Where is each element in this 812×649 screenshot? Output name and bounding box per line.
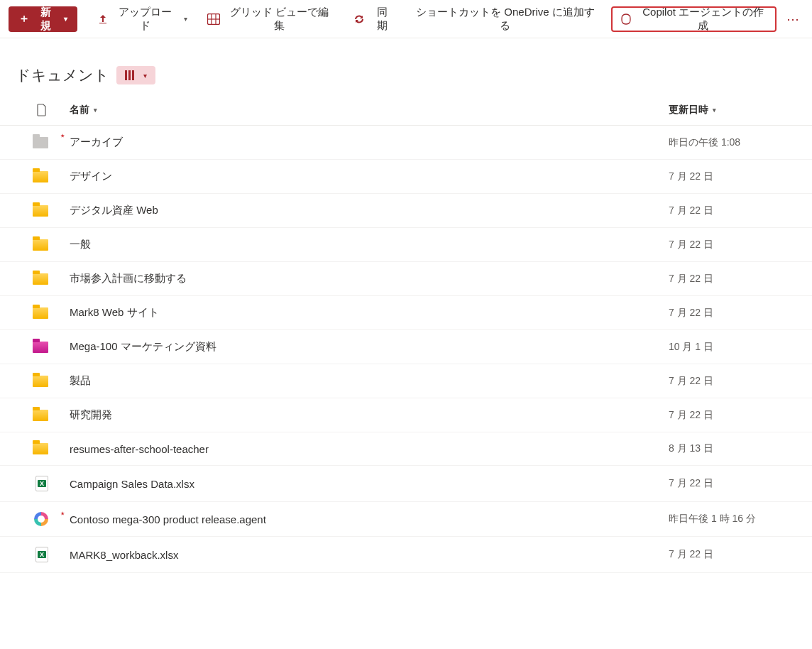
list-item[interactable]: 市場参入計画に移動する7 月 22 日 <box>0 262 812 296</box>
new-indicator-icon: ⭑ <box>61 509 64 518</box>
list-item[interactable]: MARK8_workback.xlsx7 月 22 日 <box>0 537 812 573</box>
folder-yellow-icon <box>16 443 70 454</box>
list-item[interactable]: デジタル資産 Web7 月 22 日 <box>0 194 812 228</box>
new-indicator-icon: ⭑ <box>61 131 64 140</box>
item-modified: 7 月 22 日 <box>669 477 796 490</box>
list-item[interactable]: 一般7 月 22 日 <box>0 228 812 262</box>
list-item[interactable]: Mark8 Web サイト7 月 22 日 <box>0 296 812 330</box>
chevron-down-icon: ▾ <box>94 107 97 114</box>
new-button-label: 新規 <box>35 6 56 33</box>
upload-button[interactable]: アップロード ▾ <box>90 6 194 32</box>
item-name[interactable]: Mega-100 マーケティング資料 <box>70 340 669 354</box>
copilot-label: Copilot エージェントの作成 <box>638 6 768 33</box>
upload-label: アップロード <box>114 6 177 33</box>
item-name[interactable]: resumes-after-school-teacher <box>70 443 669 455</box>
create-copilot-agent-button[interactable]: Copilot エージェントの作成 <box>611 6 777 32</box>
library-title-bar: ドキュメント ▾ <box>0 38 812 97</box>
item-name[interactable]: デジタル資産 Web <box>70 204 669 217</box>
file-list: アーカイブ⭑昨日の午後 1:08デザイン7 月 22 日デジタル資産 Web7 … <box>0 126 812 573</box>
item-name[interactable]: 製品 <box>70 374 669 388</box>
list-item[interactable]: Mega-100 マーケティング資料10 月 1 日 <box>0 330 812 364</box>
list-item[interactable]: デザイン7 月 22 日 <box>0 160 812 194</box>
folder-yellow-icon <box>16 239 70 251</box>
svg-rect-4 <box>125 70 127 80</box>
folder-yellow-icon <box>16 307 70 319</box>
grid-icon <box>207 13 220 25</box>
list-item[interactable]: Campaign Sales Data.xlsx7 月 22 日 <box>0 466 812 502</box>
chevron-down-icon: ▾ <box>713 107 716 114</box>
item-modified: 昨日の午後 1:08 <box>669 136 796 149</box>
item-modified: 7 月 22 日 <box>669 273 796 285</box>
copilot-icon <box>620 13 632 25</box>
column-header-row: 名前 ▾ 更新日時 ▾ <box>0 97 812 126</box>
column-header-name[interactable]: 名前 ▾ <box>70 104 669 116</box>
folder-yellow-icon <box>16 410 70 421</box>
folder-yellow-icon <box>16 205 70 217</box>
list-item[interactable]: Contoso mega-300 product release.agent⭑昨… <box>0 502 812 537</box>
grid-edit-label: グリッド ビューで編集 <box>226 6 333 33</box>
list-item[interactable]: 研究開発7 月 22 日 <box>0 398 812 432</box>
column-header-type[interactable] <box>16 104 70 116</box>
item-modified: 7 月 22 日 <box>669 548 796 561</box>
view-switcher[interactable]: ▾ <box>116 66 155 84</box>
item-modified: 昨日午後 1 時 16 分 <box>669 513 796 525</box>
item-modified: 7 月 22 日 <box>669 204 796 217</box>
more-actions-button[interactable]: ⋯ <box>782 9 803 30</box>
item-modified: 7 月 22 日 <box>669 409 796 422</box>
chevron-down-icon: ▾ <box>143 72 147 80</box>
list-item[interactable]: resumes-after-school-teacher8 月 13 日 <box>0 432 812 466</box>
svg-rect-6 <box>132 70 134 80</box>
item-name[interactable]: 研究開発 <box>70 408 669 422</box>
item-modified: 7 月 22 日 <box>669 375 796 388</box>
add-shortcut-button[interactable]: ショートカットを OneDrive に追加する <box>405 6 606 32</box>
command-bar: ＋ 新規 ▾ アップロード ▾ グリッド ビューで編集 同期 ショートカットを … <box>0 0 812 38</box>
file-xlsx-icon <box>16 476 70 491</box>
folder-yellow-icon <box>16 376 70 387</box>
list-view-icon <box>125 70 138 80</box>
folder-yellow-icon <box>16 273 70 285</box>
list-item[interactable]: 製品7 月 22 日 <box>0 364 812 398</box>
item-modified: 10 月 1 日 <box>669 341 796 354</box>
list-item[interactable]: アーカイブ⭑昨日の午後 1:08 <box>0 126 812 160</box>
item-modified: 8 月 13 日 <box>669 442 796 455</box>
column-header-modified[interactable]: 更新日時 ▾ <box>669 104 796 116</box>
item-modified: 7 月 22 日 <box>669 239 796 251</box>
upload-icon <box>97 13 109 25</box>
chevron-down-icon: ▾ <box>184 15 187 23</box>
column-modified-label: 更新日時 <box>669 104 708 116</box>
item-name[interactable]: MARK8_workback.xlsx <box>70 549 669 561</box>
grid-edit-button[interactable]: グリッド ビューで編集 <box>200 6 340 32</box>
new-button[interactable]: ＋ 新規 ▾ <box>9 6 77 32</box>
column-name-label: 名前 <box>70 104 89 116</box>
item-modified: 7 月 22 日 <box>669 170 796 183</box>
item-name[interactable]: Campaign Sales Data.xlsx <box>70 478 669 490</box>
file-xlsx-icon <box>16 547 70 562</box>
folder-yellow-icon <box>16 171 70 182</box>
item-name[interactable]: Contoso mega-300 product release.agent⭑ <box>70 513 669 525</box>
library-title: ドキュメント <box>16 65 109 85</box>
plus-icon: ＋ <box>18 11 30 26</box>
sync-button[interactable]: 同期 <box>346 6 399 32</box>
add-shortcut-label: ショートカットを OneDrive に追加する <box>412 6 599 33</box>
item-name[interactable]: 一般 <box>70 238 669 251</box>
folder-pink-icon <box>16 342 70 353</box>
svg-rect-5 <box>128 70 131 80</box>
sync-icon <box>353 13 366 25</box>
item-name[interactable]: Mark8 Web サイト <box>70 306 669 320</box>
item-name[interactable]: アーカイブ⭑ <box>70 136 669 149</box>
chevron-down-icon: ▾ <box>64 15 67 23</box>
item-name[interactable]: 市場参入計画に移動する <box>70 272 669 285</box>
item-name[interactable]: デザイン <box>70 170 669 183</box>
sync-label: 同期 <box>371 6 392 33</box>
item-modified: 7 月 22 日 <box>669 307 796 320</box>
